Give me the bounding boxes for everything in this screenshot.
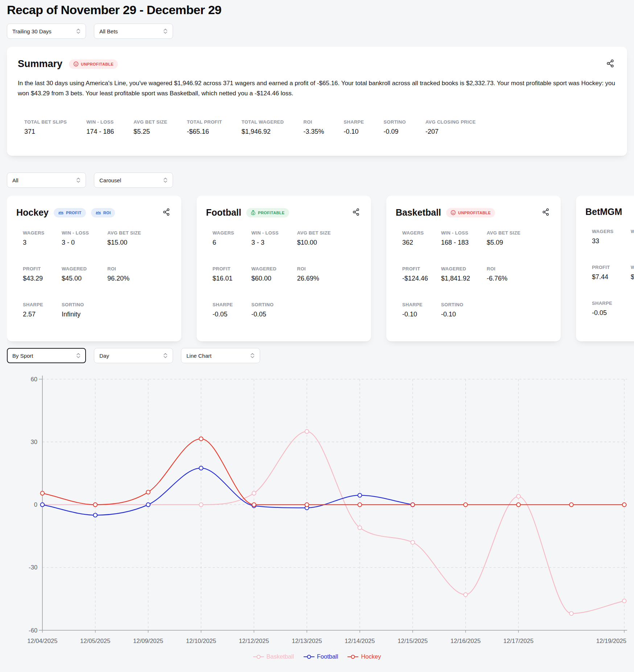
football-data-point-2[interactable] [146, 503, 150, 507]
interval-select[interactable]: Day [94, 348, 173, 363]
summary-share-button[interactable] [605, 58, 616, 70]
recap-page: Recap of November 29 - December 29 Trail… [0, 0, 634, 660]
basketball-data-point-10[interactable] [569, 611, 573, 615]
hockey-sortino: SORTINOInfinity [62, 302, 107, 318]
bets-select[interactable]: All Bets [94, 24, 173, 39]
unprofitable-badge: UNPROFITABLE [69, 59, 118, 69]
hockey-data-point-7[interactable] [411, 503, 415, 507]
summary-title: Summary [18, 58, 62, 70]
hockey-data-point-5[interactable] [305, 503, 309, 507]
basketball-data-point-4[interactable] [252, 491, 256, 495]
profitable-badge: $ PROFITABLE [246, 208, 289, 217]
x-axis-label: 12/13/2025 [292, 638, 322, 644]
share-icon [606, 59, 615, 68]
share-icon [162, 208, 170, 216]
legend-item-football[interactable]: Football [304, 653, 338, 660]
group-select[interactable]: All [7, 173, 86, 188]
stat-win-loss: WIN - LOSS174 - 186 [86, 119, 114, 136]
basketball-data-point-7[interactable] [411, 540, 415, 544]
hockey-card: Hockey PROFIT ROI WAGERS3 WIN - L [7, 196, 181, 341]
basketball-sharpe: SHARPE-0.10 [402, 302, 441, 318]
basketball-avg-bet-size: AVG BET SIZE$5.09 [487, 230, 551, 246]
football-data-point-0[interactable] [40, 503, 44, 507]
hockey-share-button[interactable] [161, 207, 172, 219]
betmgm-card: BetMGM WAGERS33 W PROFIT$7.44 W$ SHARPE-… [576, 196, 634, 341]
chevron-updown-icon [76, 177, 81, 183]
football-win-loss: WIN - LOSS3 - 3 [251, 230, 297, 246]
football-data-point-6[interactable] [358, 493, 362, 497]
hockey-data-point-11[interactable] [622, 503, 626, 507]
interval-select-value: Day [99, 353, 109, 359]
chart-type-select[interactable]: Line Chart [181, 348, 260, 363]
chart-legend: Basketball Football Hockey [7, 653, 627, 660]
x-axis-label: 12/04/2025 [27, 638, 57, 644]
hockey-data-point-1[interactable] [93, 503, 97, 507]
chevron-updown-icon [250, 352, 255, 359]
chevron-updown-icon [76, 28, 81, 34]
line-marker-icon [347, 655, 358, 659]
betmgm-col2-clipped: W [631, 229, 634, 245]
betmgm-wagered-clipped: W$ [631, 265, 634, 281]
sad-face-icon [73, 61, 79, 67]
football-profit: PROFIT$16.01 [213, 266, 251, 282]
football-data-point-3[interactable] [199, 466, 203, 470]
period-select[interactable]: Trailing 30 Days [7, 24, 86, 39]
stat-sharpe: SHARPE-0.10 [344, 119, 364, 136]
football-wagered: WAGERED$60.00 [251, 266, 297, 282]
football-sortino: SORTINO-0.05 [251, 302, 297, 318]
basketball-data-point-3[interactable] [199, 503, 203, 507]
hockey-data-point-10[interactable] [569, 503, 573, 507]
sport-carousel: Hockey PROFIT ROI WAGERS3 WIN - L [7, 196, 634, 347]
x-axis-label: 12/09/2025 [133, 638, 163, 644]
x-axis-label: 12/14/2025 [345, 638, 375, 644]
betmgm-profit: PROFIT$7.44 [592, 265, 631, 281]
football-roi: ROI26.69% [297, 266, 362, 282]
breakdown-select-value: By Sport [12, 353, 33, 359]
football-data-point-1[interactable] [93, 513, 97, 517]
hockey-wagers: WAGERS3 [23, 230, 62, 246]
share-icon [352, 208, 360, 216]
hockey-data-point-4[interactable] [252, 503, 256, 507]
hockey-data-point-9[interactable] [516, 503, 520, 507]
basketball-data-point-9[interactable] [516, 494, 520, 498]
share-icon [542, 208, 550, 216]
legend-item-basketball[interactable]: Basketball [253, 653, 294, 660]
stat-roi: ROI-3.35% [304, 119, 324, 136]
hockey-data-point-6[interactable] [358, 503, 362, 507]
basketball-wagered: WAGERED$1,841.92 [441, 266, 487, 282]
hockey-data-point-0[interactable] [40, 491, 44, 495]
view-select[interactable]: Carousel [94, 173, 173, 188]
betmgm-wagers: WAGERS33 [592, 229, 631, 245]
hockey-avg-bet-size: AVG BET SIZE$15.00 [107, 230, 172, 246]
crown-icon [95, 210, 101, 215]
football-share-button[interactable] [351, 207, 362, 219]
hockey-win-loss: WIN - LOSS3 - 0 [62, 230, 107, 246]
chevron-updown-icon [163, 177, 168, 183]
basketball-data-point-6[interactable] [358, 526, 362, 530]
basketball-data-point-8[interactable] [464, 593, 468, 597]
basketball-data-point-11[interactable] [622, 599, 626, 603]
legend-item-hockey[interactable]: Hockey [347, 653, 381, 660]
basketball-card-title: Basketball [396, 207, 441, 218]
hockey-wagered: WAGERED$45.00 [62, 266, 107, 282]
svg-text:$: $ [252, 212, 254, 215]
hockey-profit: PROFIT$43.29 [23, 266, 62, 282]
x-axis-label: 12/19/2025 [596, 638, 626, 644]
stat-sortino: SORTINO-0.09 [384, 119, 406, 136]
chart-canvas: 60300-30-6012/04/202512/05/202512/09/202… [7, 371, 627, 651]
summary-stats-row: TOTAL BET SLIPS371 WIN - LOSS174 - 186 A… [18, 119, 616, 136]
football-card: Football $ PROFITABLE WAGERS6 WIN - LOSS… [197, 196, 371, 341]
stat-total-wagered: TOTAL WAGERED$1,946.92 [242, 119, 284, 136]
hockey-data-point-8[interactable] [464, 503, 468, 507]
basketball-data-point-5[interactable] [305, 430, 309, 434]
chart-type-select-value: Line Chart [186, 353, 211, 359]
stat-avg-bet-size: AVG BET SIZE$5.25 [133, 119, 167, 136]
unprofitable-badge: UNPROFITABLE [446, 208, 495, 217]
x-axis-label: 12/16/2025 [450, 638, 481, 644]
hockey-data-point-3[interactable] [199, 437, 203, 441]
breakdown-select[interactable]: By Sport [7, 348, 86, 363]
hockey-data-point-2[interactable] [146, 490, 150, 494]
basketball-share-button[interactable] [540, 207, 551, 219]
chevron-updown-icon [163, 352, 168, 359]
basketball-roi: ROI-6.76% [487, 266, 551, 282]
